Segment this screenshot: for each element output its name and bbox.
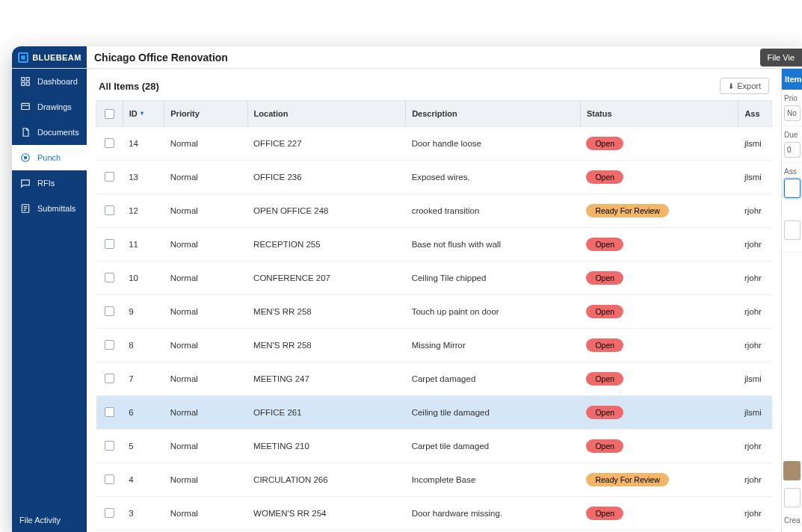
cell-status: Open	[580, 294, 738, 328]
cell-location: RECEPTION 255	[247, 227, 406, 261]
cell-priority: Normal	[164, 126, 247, 160]
sidebar-item-punch[interactable]: Punch	[12, 145, 87, 170]
col-description[interactable]: Description	[406, 101, 581, 127]
cell-assignee: rjohr	[738, 194, 772, 227]
col-id[interactable]: ID▾	[123, 101, 164, 127]
cell-status: Open	[580, 328, 738, 362]
cell-location: OFFICE 261	[247, 395, 406, 429]
table-row[interactable]: 8NormalMEN'S RR 258Missing MirrorOpenrjo…	[96, 328, 772, 362]
priority-select[interactable]: No	[784, 105, 801, 121]
col-select-all[interactable]	[96, 101, 123, 127]
cell-status: Open	[580, 429, 738, 463]
list-header: All Items (28) ⬇ Export	[87, 69, 781, 100]
table-row[interactable]: 4NormalCIRCULATION 266Incomplete BaseRea…	[96, 463, 772, 496]
detail-panel: Item Prio No Due 0 Ass Crea	[781, 69, 802, 532]
sidebar-item-drawings[interactable]: Drawings	[12, 94, 87, 120]
cell-assignee: rjohr	[738, 227, 772, 261]
cell-location: OFFICE 236	[247, 160, 406, 194]
cell-location: CIRCULATION 266	[247, 463, 406, 496]
col-priority[interactable]: Priority	[164, 101, 247, 127]
rfi-icon	[19, 177, 31, 189]
project-title: Chicago Office Renovation	[94, 52, 228, 64]
col-status[interactable]: Status	[580, 101, 738, 127]
bluebeam-icon	[17, 52, 29, 64]
cell-priority: Normal	[164, 362, 247, 395]
row-checkbox[interactable]	[105, 138, 114, 148]
table-row[interactable]: 3NormalWOMEN'S RR 254Door hardware missi…	[96, 496, 772, 530]
svg-rect-3	[26, 78, 29, 81]
cell-status: Open	[580, 362, 738, 395]
assignee-field-2[interactable]	[784, 220, 801, 240]
row-checkbox[interactable]	[105, 508, 114, 518]
status-badge: Open	[586, 305, 623, 318]
cell-priority: Normal	[164, 227, 247, 261]
row-checkbox[interactable]	[105, 340, 114, 350]
table-row[interactable]: 5NormalMEETING 210Carpet tile damagedOpe…	[96, 429, 772, 463]
detail-tab[interactable]: Item	[782, 69, 802, 90]
sidebar-item-documents[interactable]: Documents	[12, 120, 87, 145]
file-view-button[interactable]: File Vie	[760, 49, 802, 66]
cell-assignee: jlsmi	[738, 362, 772, 395]
sidebar-item-dashboard[interactable]: Dashboard	[12, 69, 87, 94]
row-checkbox[interactable]	[105, 172, 114, 182]
status-badge: Open	[586, 137, 623, 150]
cell-assignee: rjohr	[738, 463, 772, 496]
brand-logo[interactable]: BLUEBEAM	[12, 46, 87, 68]
sidebar-item-rfis[interactable]: RFIs	[12, 170, 87, 196]
cell-location: MEETING 210	[247, 429, 406, 463]
cell-status: Ready For Review	[580, 194, 738, 227]
cell-status: Open	[580, 126, 738, 160]
cell-description: Base not flush with wall	[406, 227, 581, 261]
table-row[interactable]: 11NormalRECEPTION 255Base not flush with…	[96, 227, 772, 261]
cell-assignee: rjohr	[738, 328, 772, 362]
cell-priority: Normal	[164, 429, 247, 463]
row-checkbox[interactable]	[105, 441, 114, 451]
assignee-field[interactable]	[784, 179, 801, 198]
brand-name: BLUEBEAM	[32, 53, 81, 62]
export-button[interactable]: ⬇ Export	[720, 78, 769, 94]
table-row[interactable]: 10NormalCONFERENCE 207Ceiling Tile chipp…	[96, 261, 772, 294]
row-checkbox[interactable]	[105, 273, 114, 282]
cell-id: 14	[123, 126, 164, 160]
select-all-checkbox[interactable]	[105, 109, 114, 119]
row-checkbox[interactable]	[105, 306, 114, 316]
cell-assignee: jlsmi	[738, 126, 772, 160]
sidebar-item-submittals[interactable]: Submittals	[12, 196, 87, 221]
cell-description: Carpet damaged	[406, 362, 581, 395]
row-checkbox[interactable]	[105, 239, 114, 249]
cell-id: 3	[123, 496, 164, 530]
due-field[interactable]: 0	[784, 142, 801, 158]
items-table: ID▾ Priority Location Description Status…	[96, 100, 772, 531]
cell-assignee: jlsmi	[738, 160, 772, 194]
cell-assignee: rjohr	[738, 294, 772, 328]
table-row[interactable]: 6NormalOFFICE 261Ceiling tile damagedOpe…	[96, 395, 772, 429]
cell-priority: Normal	[164, 160, 247, 194]
col-assignee[interactable]: Ass	[738, 101, 772, 127]
sidebar-item-label: Punch	[37, 153, 61, 162]
cell-id: 4	[123, 463, 164, 496]
table-row[interactable]: 14NormalOFFICE 227Door handle looseOpenj…	[96, 126, 772, 160]
due-label: Due	[784, 131, 800, 139]
sort-desc-icon: ▾	[141, 110, 144, 117]
row-checkbox[interactable]	[105, 474, 114, 484]
row-checkbox[interactable]	[105, 374, 114, 383]
punch-icon	[19, 152, 31, 164]
extra-field[interactable]	[784, 488, 801, 507]
col-location[interactable]: Location	[247, 101, 406, 127]
list-title: All Items (28)	[99, 81, 159, 92]
row-checkbox[interactable]	[105, 205, 114, 215]
image-thumbnail[interactable]	[783, 461, 801, 480]
file-activity-link[interactable]: File Activity	[12, 508, 87, 532]
sidebar-item-label: Submittals	[37, 204, 75, 213]
cell-priority: Normal	[164, 194, 247, 227]
table-row[interactable]: 12NormalOPEN OFFICE 248crooked transitio…	[96, 194, 772, 227]
created-label: Crea	[784, 516, 800, 525]
topbar: BLUEBEAM Chicago Office Renovation File …	[12, 46, 802, 69]
cell-assignee: jlsmi	[738, 395, 772, 429]
row-checkbox[interactable]	[105, 407, 114, 417]
table-row[interactable]: 7NormalMEETING 247Carpet damagedOpenjlsm…	[96, 362, 772, 395]
cell-id: 11	[123, 227, 164, 261]
table-row[interactable]: 9NormalMEN'S RR 258Touch up paint on doo…	[96, 294, 772, 328]
table-row[interactable]: 13NormalOFFICE 236Exposed wires.Openjlsm…	[96, 160, 772, 194]
drawings-icon	[19, 101, 31, 113]
